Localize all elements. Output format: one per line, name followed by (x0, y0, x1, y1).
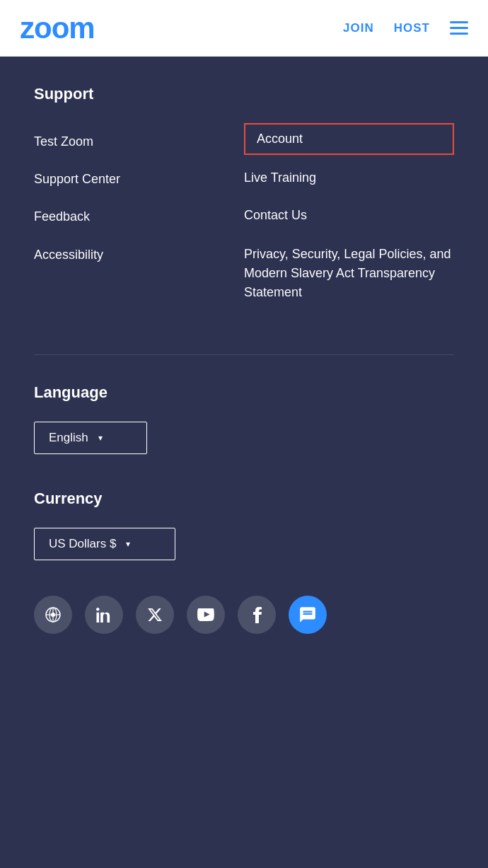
currency-selected: US Dollars $ (49, 537, 116, 551)
privacy-link[interactable]: Privacy, Security, Legal Policies, and M… (244, 235, 454, 312)
language-chevron-icon: ▾ (98, 433, 103, 443)
accessibility-link[interactable]: Accessibility (34, 236, 244, 274)
language-selected: English (49, 431, 88, 445)
youtube-icon[interactable] (187, 596, 225, 634)
currency-chevron-icon: ▾ (126, 539, 130, 549)
support-title: Support (34, 85, 454, 103)
language-section: Language English ▾ (34, 383, 454, 454)
support-center-link[interactable]: Support Center (34, 161, 244, 198)
test-zoom-link[interactable]: Test Zoom (34, 123, 244, 161)
language-title: Language (34, 383, 454, 402)
social-row (34, 596, 454, 634)
facebook-icon[interactable] (238, 596, 276, 634)
divider-1 (34, 354, 454, 355)
wordpress-icon[interactable] (34, 596, 72, 634)
host-link[interactable]: HOST (394, 21, 430, 35)
header: zoom JOIN HOST (0, 0, 488, 57)
currency-title: Currency (34, 490, 454, 508)
join-link[interactable]: JOIN (343, 21, 374, 35)
currency-section: Currency US Dollars $ ▾ (34, 490, 454, 560)
linkedin-icon[interactable] (85, 596, 123, 634)
contact-us-link[interactable]: Contact Us (244, 197, 454, 234)
header-nav: JOIN HOST (343, 21, 468, 35)
chat-icon[interactable] (289, 596, 327, 634)
language-dropdown[interactable]: English ▾ (34, 422, 147, 454)
support-col-1: Test Zoom Support Center Feedback Access… (34, 123, 244, 312)
account-link[interactable]: Account (244, 123, 454, 155)
feedback-link[interactable]: Feedback (34, 198, 244, 236)
zoom-logo[interactable]: zoom (20, 11, 95, 45)
support-col-2: Account Live Training Contact Us Privacy… (244, 123, 454, 312)
twitter-icon[interactable] (136, 596, 174, 634)
currency-dropdown[interactable]: US Dollars $ ▾ (34, 528, 175, 560)
hamburger-menu[interactable] (450, 21, 468, 35)
live-training-link[interactable]: Live Training (244, 159, 454, 197)
main-content: Support Test Zoom Support Center Feedbac… (0, 57, 488, 868)
support-grid: Test Zoom Support Center Feedback Access… (34, 123, 454, 312)
support-section: Support Test Zoom Support Center Feedbac… (34, 85, 454, 312)
